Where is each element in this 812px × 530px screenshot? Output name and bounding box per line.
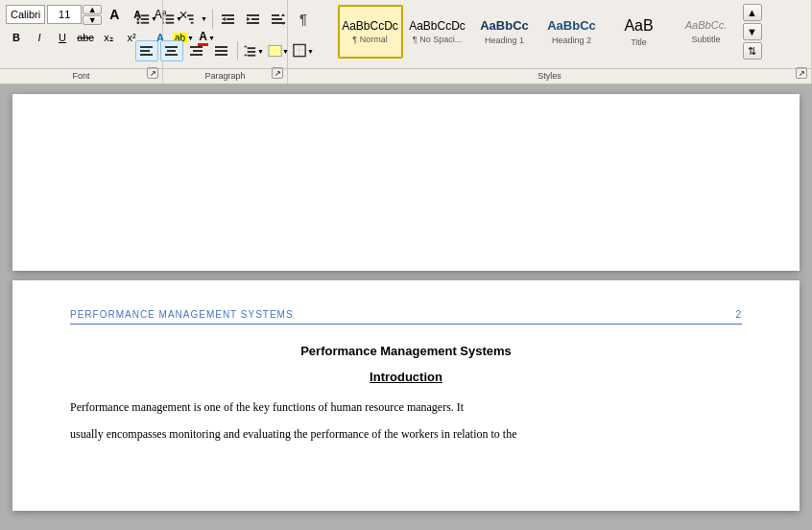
- svg-rect-36: [190, 54, 203, 56]
- page-number: 2: [735, 309, 742, 320]
- svg-rect-11: [166, 22, 174, 24]
- svg-rect-1: [141, 14, 149, 16]
- style-normal[interactable]: AaBbCcDc ¶ Normal: [338, 5, 403, 59]
- svg-rect-41: [248, 51, 255, 53]
- align-center-btn[interactable]: [160, 40, 183, 61]
- svg-marker-16: [222, 17, 226, 21]
- svg-rect-45: [269, 46, 281, 57]
- sort-btn[interactable]: [267, 9, 290, 30]
- svg-marker-44: [244, 55, 248, 57]
- page-body-2: usually encompasses monitoring and evalu…: [70, 424, 742, 446]
- svg-rect-15: [222, 14, 234, 16]
- styles-scroll-down-btn[interactable]: ▼: [743, 23, 762, 40]
- strikethrough-btn[interactable]: abc: [75, 27, 96, 48]
- svg-point-0: [136, 14, 139, 17]
- style-h2-label: Heading 2: [552, 36, 591, 45]
- svg-marker-43: [244, 46, 248, 48]
- bullets-btn[interactable]: ▼: [135, 9, 158, 30]
- style-title-preview: AaB: [624, 16, 653, 35]
- style-subtitle[interactable]: AaBbCc. Subtitle: [674, 5, 739, 59]
- svg-rect-39: [215, 54, 227, 56]
- style-h1-preview: AaBbCc: [480, 18, 529, 34]
- align-right-btn[interactable]: [185, 40, 208, 61]
- page-2: PERFORMANCE MANAGEMENT SYSTEMS 2 Perform…: [12, 280, 800, 511]
- svg-rect-14: [191, 22, 194, 24]
- bold-btn[interactable]: B: [6, 27, 27, 48]
- svg-rect-7: [166, 14, 174, 16]
- styles-expand-btn[interactable]: ⇅: [743, 42, 762, 60]
- styles-scroll-up-btn[interactable]: ▲: [743, 4, 762, 21]
- italic-btn[interactable]: I: [29, 27, 50, 48]
- style-h1-label: Heading 1: [485, 36, 524, 45]
- style-no-spacing[interactable]: AaBbCcDc ¶ No Spaci...: [405, 5, 470, 59]
- svg-rect-40: [248, 47, 255, 49]
- svg-rect-24: [272, 18, 282, 20]
- align-left-btn[interactable]: [135, 40, 158, 61]
- styles-section: AaBbCcDc ¶ Normal AaBbCcDc ¶ No Spaci...…: [288, 0, 812, 84]
- style-title-label: Title: [631, 37, 647, 47]
- page-header: PERFORMANCE MANAGEMENT SYSTEMS 2: [70, 309, 742, 325]
- svg-marker-20: [247, 17, 251, 21]
- style-heading2[interactable]: AaBbCc Heading 2: [539, 5, 605, 59]
- paragraph-label: Paragraph: [163, 68, 287, 81]
- style-heading1[interactable]: AaBbCc Heading 1: [472, 5, 537, 59]
- toolbar: Calibri 11 ▲ ▼ A A Aᵃ ⨯ B I U abc x₂: [0, 0, 812, 84]
- svg-point-4: [136, 21, 139, 24]
- numbering-btn[interactable]: 1.2.3. ▼: [160, 9, 183, 30]
- style-h2-preview: AaBbCc: [547, 18, 596, 34]
- svg-rect-23: [272, 14, 279, 16]
- svg-rect-5: [141, 22, 149, 24]
- page-body-1: Performance management is one of the key…: [70, 398, 742, 419]
- decrease-indent-btn[interactable]: [217, 9, 240, 30]
- svg-rect-22: [247, 22, 259, 24]
- font-size-decrease-btn[interactable]: ▼: [83, 15, 102, 25]
- font-name-box[interactable]: Calibri: [6, 5, 45, 24]
- shading-btn[interactable]: ▼: [267, 40, 290, 61]
- svg-rect-19: [247, 14, 259, 16]
- font-label: Font: [0, 68, 162, 81]
- svg-rect-31: [165, 46, 178, 48]
- document-area: PERFORMANCE MANAGEMENT SYSTEMS 2 Perform…: [0, 84, 812, 530]
- svg-rect-38: [215, 50, 227, 52]
- style-subtitle-label: Subtitle: [691, 35, 720, 44]
- style-normal-label: ¶ Normal: [352, 35, 387, 44]
- style-nospacing-label: ¶ No Spaci...: [413, 35, 462, 44]
- svg-marker-26: [281, 13, 285, 16]
- font-size-box[interactable]: 11: [47, 5, 82, 24]
- svg-rect-37: [215, 46, 227, 48]
- font-expander-btn[interactable]: ↗: [147, 67, 158, 79]
- multilevel-list-btn[interactable]: ▼: [185, 9, 208, 30]
- paragraph-section: ▼ 1.2.3. ▼ ▼: [163, 0, 288, 84]
- line-spacing-btn[interactable]: ▼: [242, 40, 265, 61]
- svg-rect-28: [140, 46, 153, 48]
- svg-rect-3: [141, 18, 149, 20]
- page-title: Performance Management Systems: [70, 344, 742, 358]
- svg-rect-21: [251, 18, 259, 20]
- svg-rect-42: [248, 55, 255, 57]
- styles-gallery: AaBbCcDc ¶ Normal AaBbCcDc ¶ No Spaci...…: [338, 4, 762, 60]
- svg-rect-30: [140, 54, 153, 56]
- styles-expander-btn[interactable]: ↗: [796, 67, 807, 79]
- subscript-btn[interactable]: x₂: [98, 27, 119, 48]
- svg-rect-32: [167, 50, 176, 52]
- style-subtitle-preview: AaBbCc.: [685, 19, 727, 32]
- svg-rect-12: [187, 14, 194, 16]
- svg-rect-9: [166, 18, 174, 20]
- page-1: [12, 94, 800, 271]
- svg-rect-29: [140, 50, 150, 52]
- svg-rect-13: [189, 18, 194, 20]
- paragraph-expander-btn[interactable]: ↗: [272, 67, 283, 79]
- styles-label: Styles: [288, 68, 811, 81]
- page-header-title: PERFORMANCE MANAGEMENT SYSTEMS: [70, 309, 294, 320]
- page-section-heading: Introduction: [70, 370, 742, 384]
- svg-rect-35: [193, 50, 203, 52]
- svg-point-2: [136, 17, 139, 20]
- svg-rect-33: [165, 54, 178, 56]
- svg-rect-34: [190, 46, 203, 48]
- increase-font-btn[interactable]: A: [104, 4, 125, 25]
- justify-btn[interactable]: [210, 40, 233, 61]
- font-size-increase-btn[interactable]: ▲: [83, 5, 102, 14]
- underline-btn[interactable]: U: [52, 27, 73, 48]
- increase-indent-btn[interactable]: [242, 9, 265, 30]
- style-title[interactable]: AaB Title: [607, 5, 672, 59]
